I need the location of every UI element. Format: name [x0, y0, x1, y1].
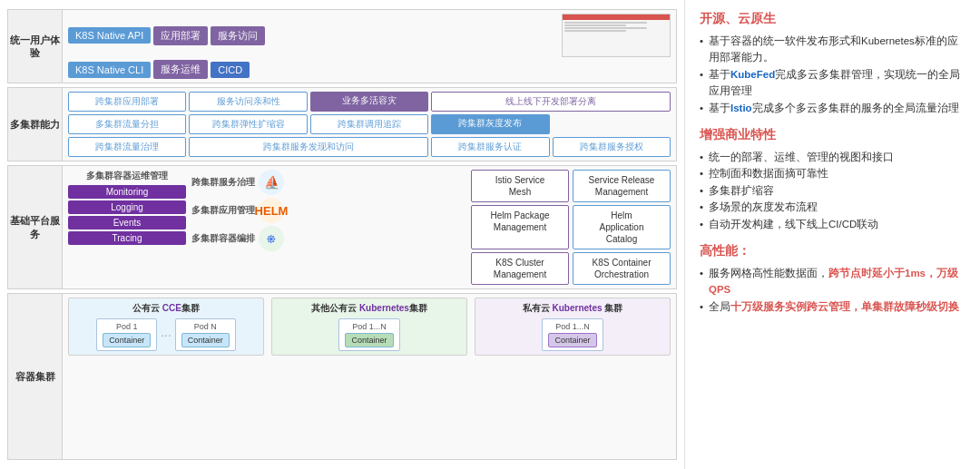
section-ux-content: K8S Native API 应用部署 服务访问 K8S Na [63, 10, 676, 83]
section-multi-cluster: 多集群能力 跨集群应用部署 服务访问亲和性 业务多活容灾 线上线下开发部署分离 … [7, 87, 677, 161]
sail-icon: ⛵ [259, 170, 284, 195]
container-n: Container [181, 333, 230, 347]
right-title-performance: 高性能： [700, 243, 965, 259]
service-row-2: 多集群容器编排 ⎈ [191, 226, 466, 251]
pod-1: Pod 1 Container [96, 318, 157, 351]
cluster-k8s-priv: 私有云 Kubernetes 集群 Pod 1...N Container [475, 298, 671, 356]
section-container-content: 公有云 CCE集群 Pod 1 Container ··· Pod N Cont… [63, 294, 676, 459]
cluster-cce-title: 公有云 CCE集群 [73, 302, 260, 315]
card-k8s-container: K8S Container Orchestration [573, 252, 671, 285]
multi-cell-5: 跨集群弹性扩缩容 [189, 114, 307, 134]
multi-cell-11: 跨集群服务授权 [553, 137, 671, 157]
dots-sep-1: ··· [161, 318, 172, 351]
multi-cell-4: 多集群流量分担 [68, 114, 186, 134]
bullet-1-1: 控制面和数据面摘可靠性 [700, 165, 965, 181]
left-panel: 统一用户体验 K8S Native API 应用部署 服务访问 [0, 0, 685, 469]
screenshot-line [564, 30, 626, 32]
section-container-cluster: 容器集群 公有云 CCE集群 Pod 1 Container ·· [7, 293, 677, 460]
pod-1n-pub-label: Pod 1...N [352, 322, 387, 331]
right-bullets-performance: 服务网格高性能数据面，跨节点时延小于1ms，万级QPS 全局十万级服务实例跨云管… [700, 265, 965, 315]
monitor-monitoring: Monitoring [68, 185, 186, 199]
multi-cell-10: 跨集群服务认证 [431, 137, 549, 157]
right-section-commercial: 增强商业特性 统一的部署、运维、管理的视图和接口 控制面和数据面摘可靠性 多集群… [700, 127, 965, 232]
bullet-1-4: 自动开发构建，线下线上CI/CD联动 [700, 216, 965, 232]
service-label-0: 跨集群服务治理 [191, 176, 255, 189]
section-ux: 统一用户体验 K8S Native API 应用部署 服务访问 [7, 9, 677, 83]
section-platform-label: 基础平台服务 [8, 166, 63, 288]
pod-1-label: Pod 1 [116, 322, 138, 331]
bullet-0-2: 基于Istio完成多个多云多集群的服务的全局流量治理 [700, 100, 965, 116]
bullet-1-3: 多场景的灰度发布流程 [700, 199, 965, 215]
section-multi-label: 多集群能力 [8, 88, 63, 161]
bullet-2-0: 服务网格高性能数据面，跨节点时延小于1ms，万级QPS [700, 265, 965, 298]
service-label-1: 多集群应用管理 [191, 204, 255, 217]
screenshot-lines [563, 20, 670, 56]
platform-inner: 多集群容器运维管理 Monitoring Logging Events Trac… [68, 170, 671, 285]
multi-cell-7: 跨集群灰度发布 [431, 114, 549, 134]
pod-n: Pod N Container [175, 318, 236, 351]
card-row-1: Helm Package Management Helm Application… [471, 205, 671, 249]
bullet-1-0: 统一的部署、运维、管理的视图和接口 [700, 149, 965, 165]
pod-1n-pub: Pod 1...N Container [338, 318, 399, 351]
multi-grid: 跨集群应用部署 服务访问亲和性 业务多活容灾 线上线下开发部署分离 多集群流量分… [68, 92, 671, 157]
service-label-2: 多集群容器编排 [191, 232, 255, 245]
monitor-events: Events [68, 216, 186, 230]
highlight-latency: 跨节点时延小于1ms，万级QPS [709, 268, 958, 295]
section-container-label: 容器集群 [8, 294, 63, 459]
multi-cell-3: 线上线下开发部署分离 [431, 92, 671, 112]
section-platform-content: 多集群容器运维管理 Monitoring Logging Events Trac… [63, 166, 676, 288]
card-row-0: Istio Service Mesh Service Release Manag… [471, 170, 671, 202]
tag-app-deploy: 应用部署 [153, 26, 208, 45]
right-section-performance: 高性能： 服务网格高性能数据面，跨节点时延小于1ms，万级QPS 全局十万级服务… [700, 243, 965, 315]
card-helm-app: Helm Application Catalog [573, 205, 671, 249]
cluster-k8s-pub: 其他公有云 Kubernetes集群 Pod 1...N Container [271, 298, 467, 356]
multi-cell-2: 业务多活容灾 [310, 92, 428, 112]
bullet-0-1: 基于KubeFed完成多云多集群管理，实现统一的全局应用管理 [700, 66, 965, 100]
tag-service-access: 服务访问 [211, 26, 265, 45]
card-k8s-cluster: K8S Cluster Management [471, 252, 569, 285]
highlight-kubefed: KubeFed [730, 69, 775, 80]
cluster-k8s-pub-pods: Pod 1...N Container [276, 318, 463, 351]
multi-cell-9: 跨集群服务发现和访问 [189, 137, 428, 157]
cluster-inner: 公有云 CCE集群 Pod 1 Container ··· Pod N Cont… [68, 298, 671, 356]
multi-cell-8: 跨集群流量治理 [68, 137, 186, 157]
card-row-2: K8S Cluster Management K8S Container Orc… [471, 252, 671, 285]
right-panel: 开源、云原生 基于容器的统一软件发布形式和Kubernetes标准的应用部署能力… [685, 0, 980, 469]
tag-k8s-api: K8S Native API [68, 27, 151, 44]
monitor-tracing: Tracing [68, 231, 186, 245]
pod-1n-priv-label: Pod 1...N [555, 322, 590, 331]
container-1: Container [103, 333, 151, 347]
card-service-release: Service Release Management [573, 170, 671, 202]
card-helm-pkg: Helm Package Management [471, 205, 569, 249]
helm-icon: HELM [259, 198, 284, 223]
section-ux-label: 统一用户体验 [8, 10, 63, 83]
screenshot-line [564, 24, 626, 26]
container-priv: Container [548, 333, 596, 347]
cluster-cce-pods: Pod 1 Container ··· Pod N Container [73, 318, 260, 351]
cluster-k8s-priv-title: 私有云 Kubernetes 集群 [479, 302, 666, 315]
ux-row1: K8S Native API 应用部署 服务访问 [68, 14, 671, 57]
multi-cell-1: 服务访问亲和性 [189, 92, 307, 112]
container-pub: Container [345, 333, 393, 347]
platform-right: Istio Service Mesh Service Release Manag… [471, 170, 671, 285]
cluster-cce: 公有云 CCE集群 Pod 1 Container ··· Pod N Cont… [68, 298, 264, 356]
service-row-0: 跨集群服务治理 ⛵ [191, 170, 466, 195]
section-multi-content: 跨集群应用部署 服务访问亲和性 业务多活容灾 线上线下开发部署分离 多集群流量分… [63, 88, 676, 161]
screenshot-line [564, 22, 647, 24]
platform-middle: 跨集群服务治理 ⛵ 多集群应用管理 HELM 多集群容器编排 ⎈ [191, 170, 466, 285]
main-container: 统一用户体验 K8S Native API 应用部署 服务访问 [0, 0, 980, 469]
screenshot-preview [562, 14, 671, 57]
screenshot-line [564, 27, 647, 29]
right-section-opensource: 开源、云原生 基于容器的统一软件发布形式和Kubernetes标准的应用部署能力… [700, 11, 965, 116]
tag-k8s-cli: K8S Native CLI [68, 62, 151, 78]
right-title-opensource: 开源、云原生 [700, 11, 965, 27]
monitor-logging: Logging [68, 200, 186, 214]
k8s-icon: ⎈ [259, 226, 284, 251]
highlight-failover: 故障秒级切换 [894, 301, 959, 312]
right-bullets-opensource: 基于容器的统一软件发布形式和Kubernetes标准的应用部署能力。 基于Kub… [700, 33, 965, 116]
bullet-1-2: 多集群扩缩容 [700, 182, 965, 199]
bullet-0-0: 基于容器的统一软件发布形式和Kubernetes标准的应用部署能力。 [700, 33, 965, 66]
card-istio: Istio Service Mesh [471, 170, 569, 202]
highlight-istio: Istio [730, 103, 752, 113]
tag-cicd: CICD [211, 62, 250, 78]
